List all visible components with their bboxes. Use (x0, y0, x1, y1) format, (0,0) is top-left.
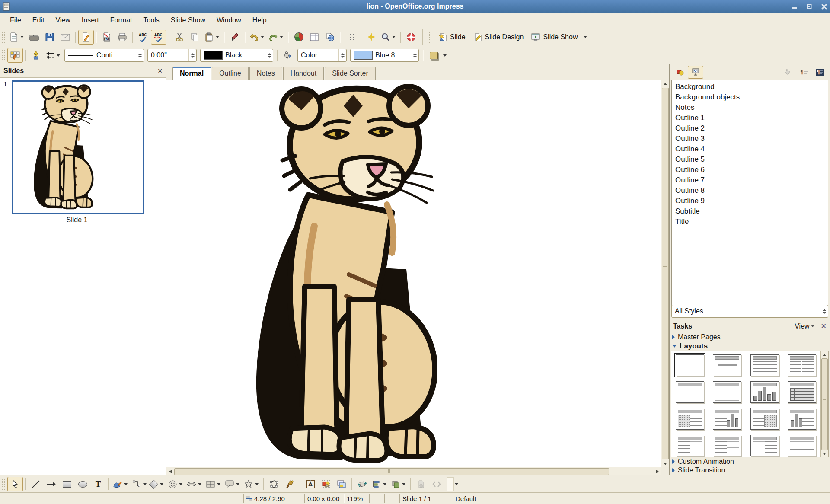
interaction-tool[interactable] (413, 477, 429, 491)
slide-button[interactable]: Slide (434, 30, 469, 45)
menu-window[interactable]: Window (211, 15, 247, 26)
tasks-view-menu[interactable]: View (795, 322, 809, 330)
line-style-spinner[interactable] (136, 49, 144, 61)
slides-panel-close-icon[interactable]: ✕ (157, 67, 163, 74)
style-item[interactable]: Outline 6 (675, 165, 824, 175)
section-master-pages[interactable]: Master Pages (670, 332, 830, 341)
new-style-from-selection-button[interactable]: ¶ (796, 66, 812, 79)
toolbar-overflow-icon[interactable] (584, 36, 587, 38)
connector-dropdown-icon[interactable] (143, 483, 147, 485)
graphics-styles-button[interactable] (672, 66, 688, 79)
horizontal-scrollbar[interactable] (166, 467, 661, 475)
alignment-dropdown-icon[interactable] (383, 483, 386, 485)
toolbar-grip[interactable] (428, 32, 432, 43)
rectangle-tool[interactable] (59, 477, 75, 491)
scroll-right-icon[interactable] (654, 468, 661, 475)
menu-edit[interactable]: Edit (27, 15, 50, 26)
style-item[interactable]: Background objects (675, 92, 824, 102)
slide-canvas[interactable] (166, 80, 661, 467)
flowchart-tool[interactable] (204, 477, 223, 491)
glue-points-tool[interactable] (282, 477, 297, 491)
alignment-tool[interactable] (370, 477, 389, 491)
rotate-tool[interactable] (354, 477, 370, 491)
paste-dropdown-icon[interactable] (216, 36, 219, 38)
layout-title-table[interactable] (788, 381, 816, 403)
cut-button[interactable] (172, 30, 187, 45)
shadow-button[interactable] (426, 48, 441, 63)
navigator-button[interactable] (364, 30, 379, 45)
layout-title-text-two-objects[interactable] (713, 435, 741, 456)
redo-dropdown-icon[interactable] (280, 36, 283, 38)
stars-dropdown-icon[interactable] (255, 483, 259, 485)
update-style-button[interactable]: ¶ (812, 66, 827, 79)
slide-thumbnail[interactable] (12, 80, 144, 214)
style-item[interactable]: Outline 3 (675, 134, 824, 144)
presentation-styles-button[interactable] (688, 66, 703, 79)
layout-title-text-clipart[interactable] (750, 408, 779, 430)
vertical-scrollbar[interactable] (661, 80, 669, 467)
print-button[interactable] (115, 30, 130, 45)
layout-title-content[interactable] (713, 354, 741, 376)
style-item[interactable]: Notes (675, 102, 824, 113)
arrow-style-button[interactable] (44, 48, 63, 63)
minimize-button[interactable] (791, 3, 798, 10)
ellipse-tool[interactable] (75, 477, 90, 491)
fill-color-spinner[interactable] (411, 49, 418, 61)
redo-button[interactable] (267, 30, 286, 45)
layout-title-object-over-text[interactable] (788, 435, 816, 456)
style-item[interactable]: Outline 1 (675, 113, 824, 123)
pen-line-button[interactable] (28, 48, 44, 63)
basic-shapes-dropdown-icon[interactable] (160, 483, 163, 485)
tab-slide-sorter[interactable]: Slide Sorter (325, 67, 376, 80)
scroll-left-icon[interactable] (166, 468, 174, 475)
style-item[interactable]: Outline 9 (675, 196, 824, 206)
arrow-style-dropdown-icon[interactable] (57, 54, 60, 57)
layout-title-text-object[interactable] (676, 435, 704, 456)
menu-view[interactable]: View (50, 15, 76, 26)
display-grid-button[interactable] (343, 30, 358, 45)
scroll-down-icon[interactable] (661, 460, 669, 467)
section-layouts[interactable]: Layouts (670, 341, 830, 351)
curve-dropdown-icon[interactable] (124, 483, 128, 485)
insert-chart-button[interactable] (291, 30, 306, 45)
undo-button[interactable] (248, 30, 267, 45)
help-button[interactable] (403, 30, 419, 45)
tasks-view-dropdown-icon[interactable] (811, 325, 814, 327)
symbol-shapes-dropdown-icon[interactable] (179, 483, 182, 485)
export-pdf-button[interactable]: PDF (99, 30, 115, 45)
menu-insert[interactable]: Insert (76, 15, 105, 26)
toolbar-grip[interactable] (2, 50, 6, 61)
tab-normal[interactable]: Normal (172, 67, 211, 80)
email-button[interactable] (57, 30, 73, 45)
hyperlink-button[interactable] (322, 30, 338, 45)
fill-color-combo[interactable]: Blue 8 (350, 49, 419, 62)
tab-handout[interactable]: Handout (283, 67, 324, 80)
line-color-spinner[interactable] (265, 49, 273, 61)
scroll-up-icon[interactable] (661, 80, 669, 87)
section-slide-transition[interactable]: Slide Transition (670, 466, 830, 475)
edit-file-button[interactable] (78, 30, 94, 45)
toolbar-grip[interactable] (2, 478, 6, 490)
layout-blank[interactable] (676, 354, 704, 376)
auto-spellcheck-button[interactable]: ABC (151, 30, 166, 45)
fill-type-spinner[interactable] (338, 49, 346, 61)
layout-title-clipart-text[interactable] (676, 408, 704, 430)
format-paintbrush-button[interactable] (227, 30, 243, 45)
style-filter-spinner[interactable] (820, 305, 828, 317)
layout-title-frame[interactable] (713, 381, 741, 403)
arrange-tool[interactable] (389, 477, 408, 491)
slide-design-button[interactable]: Slide Design (469, 30, 527, 45)
maximize-button[interactable] (806, 3, 813, 10)
style-filter-combo[interactable]: All Styles (671, 305, 828, 318)
toolbar-overflow-icon[interactable] (455, 483, 458, 485)
master-page-field[interactable]: Default (453, 494, 566, 503)
layouts-scrollbar[interactable] (820, 351, 828, 457)
edit-points-tool[interactable] (266, 477, 282, 491)
connector-tool[interactable] (130, 477, 149, 491)
new-document-button[interactable] (7, 30, 26, 45)
scroll-up-icon[interactable] (821, 351, 828, 358)
line-width-spinbox[interactable]: 0.00" (147, 49, 197, 62)
undo-dropdown-icon[interactable] (261, 36, 264, 38)
layout-title-text-chart[interactable] (713, 408, 741, 430)
lion-clipart[interactable] (240, 83, 437, 464)
